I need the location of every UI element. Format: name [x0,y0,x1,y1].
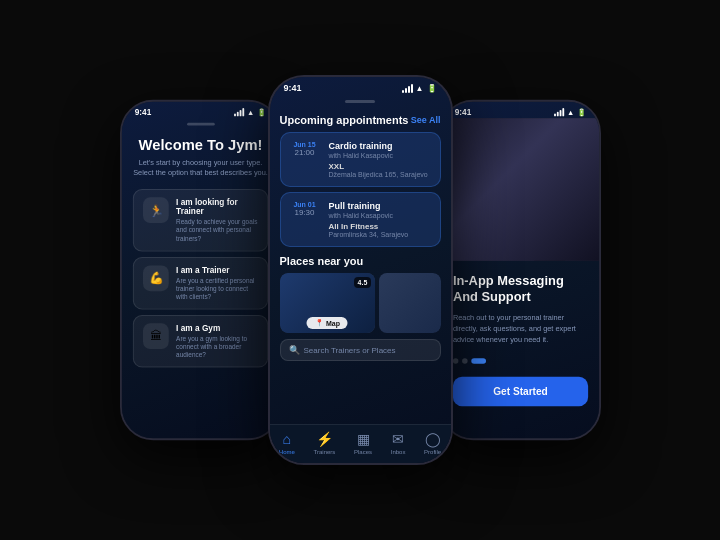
gym-icon: 🏛 [143,323,169,349]
svg-line-8 [549,201,571,214]
user-type-trainer-card[interactable]: 🏃 I am looking for Trainer Ready to achi… [132,189,267,251]
messaging-content: In-App Messaging And Support Reach out t… [441,261,598,439]
center-notch [345,100,375,103]
user-type-gym-card[interactable]: 🏛 I am a Gym Are you a gym looking to co… [132,315,267,368]
nav-home[interactable]: ⌂ Home [279,431,295,455]
appt-address-2: Paromlinska 34, Sarajevo [329,231,409,238]
appointments-header: Upcoming appointments See All [280,114,441,126]
search-placeholder: Search Trainers or Places [304,346,396,355]
center-signal [402,84,413,93]
nav-inbox[interactable]: ✉ Inbox [391,431,406,455]
center-screen: 9:41 ▲ 🔋 Upcoming appointments See Al [270,77,451,463]
trainer-seeker-title: I am looking for Trainer [176,198,258,216]
map-button[interactable]: 📍 Map [307,317,348,329]
appt-gym-2: All In Fitness [329,222,409,231]
profile-icon: ◯ [425,431,441,447]
trainers-icon: ⚡ [316,431,333,447]
places-section: Places near you 4.5 📍 Map 🔍 [280,255,441,361]
nav-trainers-label: Trainers [314,449,336,455]
nav-profile[interactable]: ◯ Profile [424,431,441,455]
trainer-seeker-icon: 🏃 [143,198,169,224]
dot-1 [452,359,458,365]
svg-point-1 [458,145,462,149]
right-wifi-icon: ▲ [567,108,574,116]
center-content: Upcoming appointments See All Jun 15 21:… [270,108,451,367]
wifi-icon: ▲ [247,108,254,116]
svg-point-3 [533,255,565,261]
nav-home-label: Home [279,449,295,455]
map-label: Map [326,320,340,327]
nav-trainers[interactable]: ⚡ Trainers [314,431,336,455]
rbar4 [562,108,564,116]
appt-address-1: Džemala Bijedica 165, Sarajevo [329,171,428,178]
places-images: 4.5 📍 Map [280,273,441,333]
inbox-icon: ✉ [392,431,404,447]
places-header: Places near you [280,255,441,267]
place-rating: 4.5 [354,277,372,288]
bar1 [234,113,236,116]
appt-details-2: Pull training with Halid Kasapovic All I… [329,201,409,238]
rbar2 [556,111,558,116]
battery-icon: 🔋 [257,108,266,116]
place-image-right[interactable] [379,273,440,333]
appointment-card-1[interactable]: Jun 15 21:00 Cardio training with Halid … [280,132,441,187]
cbar4 [411,84,413,93]
svg-rect-9 [520,194,529,207]
svg-rect-10 [564,194,573,207]
gym-title: I am a Gym [176,323,258,332]
nav-inbox-label: Inbox [391,449,406,455]
right-screen: 9:41 ▲ 🔋 [441,102,598,439]
phone-right: 9:41 ▲ 🔋 [440,100,601,440]
welcome-subtitle: Let's start by choosing your user type. … [132,158,267,179]
phone-left: 9:41 ▲ 🔋 Welcome To Jym! Let's start by … [120,100,281,440]
bar2 [236,111,238,116]
signal-bars [234,108,244,116]
svg-line-11 [540,246,549,259]
appt-trainer-2: with Halid Kasapovic [329,212,409,219]
trainer-title: I am a Trainer [176,265,258,274]
bar4 [242,108,244,116]
nav-places[interactable]: ▦ Places [354,431,372,455]
gym-text: I am a Gym Are you a gym looking to conn… [176,323,258,359]
center-wifi-icon: ▲ [416,84,424,93]
right-time: 9:41 [454,107,471,116]
svg-rect-4 [542,210,556,246]
welcome-title: Welcome To Jym! [132,138,267,155]
center-time: 9:41 [284,83,302,93]
gym-desc: Are you a gym looking to connect with a … [176,334,258,359]
center-battery-icon: 🔋 [427,84,437,93]
cbar2 [405,88,407,93]
rbar3 [559,109,561,115]
home-icon: ⌂ [283,431,291,447]
dot-2 [462,359,468,365]
left-screen: 9:41 ▲ 🔋 Welcome To Jym! Let's start by … [121,102,278,439]
messaging-desc: Reach out to your personal trainer direc… [452,313,587,346]
trainer-seeker-desc: Ready to achieve your goals and connect … [176,218,258,243]
bottom-nav: ⌂ Home ⚡ Trainers ▦ Places ✉ Inbox ◯ P [270,424,451,463]
svg-line-12 [549,246,558,259]
user-type-trainer-card2[interactable]: 💪 I am a Trainer Are you a certified per… [132,257,267,310]
trainer-text: I am a Trainer Are you a certified perso… [176,265,258,301]
appt-time-1: 21:00 [289,148,321,157]
right-battery-icon: 🔋 [577,108,586,116]
places-icon: ▦ [357,431,370,447]
right-signal [554,108,564,116]
place-image-left[interactable]: 4.5 📍 Map [280,273,376,333]
appointment-card-2[interactable]: Jun 01 19:30 Pull training with Halid Ka… [280,192,441,247]
map-icon: 📍 [315,319,324,327]
appt-name-1: Cardio training [329,141,428,151]
trainer-icon: 💪 [143,265,169,291]
appt-month-2: Jun 01 [289,201,321,208]
appt-details-1: Cardio training with Halid Kasapovic XXL… [329,141,428,178]
welcome-content: Welcome To Jym! Let's start by choosing … [121,130,278,380]
gym-hero-image [441,118,598,261]
appointments-title: Upcoming appointments [280,114,409,126]
search-bar[interactable]: 🔍 Search Trainers or Places [280,339,441,361]
bar3 [239,109,241,115]
see-all-button[interactable]: See All [411,115,441,125]
left-notch [186,123,214,126]
get-started-button[interactable]: Get Started [452,377,587,406]
center-status-bar: 9:41 ▲ 🔋 [270,77,451,95]
svg-line-7 [527,201,549,214]
appt-trainer-1: with Halid Kasapovic [329,152,428,159]
